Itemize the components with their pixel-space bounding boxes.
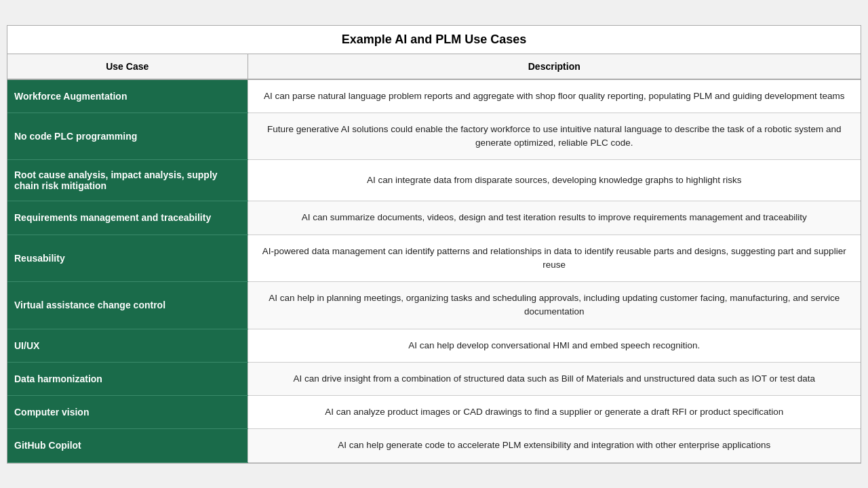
table-row: Data harmonizationAI can drive insight f… — [7, 362, 861, 395]
main-table-wrapper: Example AI and PLM Use Cases Use Case De… — [7, 25, 861, 464]
table-row: No code PLC programmingFuture generative… — [7, 113, 861, 160]
description-cell: AI can drive insight from a combination … — [248, 362, 861, 395]
use-case-cell: Data harmonization — [7, 362, 248, 395]
use-case-cell: Workforce Augmentation — [7, 79, 248, 113]
description-cell: AI can summarize documents, videos, desi… — [248, 201, 861, 235]
table-row: Virtual assistance change controlAI can … — [7, 282, 861, 329]
table-row: Root cause analysis, impact analysis, su… — [7, 160, 861, 201]
table-row: GitHub CopilotAI can help generate code … — [7, 429, 861, 462]
table-title: Example AI and PLM Use Cases — [7, 26, 861, 54]
use-case-cell: Computer vision — [7, 396, 248, 429]
description-cell: AI can parse natural language problem re… — [248, 79, 861, 113]
col-header-description: Description — [248, 54, 861, 79]
description-cell: AI can help in planning meetings, organi… — [248, 282, 861, 329]
use-case-cell: Reusability — [7, 235, 248, 282]
description-cell: AI can help develop conversational HMI a… — [248, 329, 861, 362]
use-case-cell: Root cause analysis, impact analysis, su… — [7, 160, 248, 201]
description-cell: AI can integrate data from disparate sou… — [248, 160, 861, 201]
use-case-cell: GitHub Copilot — [7, 429, 248, 462]
table-row: ReusabilityAI-powered data management ca… — [7, 235, 861, 282]
col-header-use-case: Use Case — [7, 54, 248, 79]
description-cell: AI-powered data management can identify … — [248, 235, 861, 282]
table-row: Requirements management and traceability… — [7, 201, 861, 235]
use-case-cell: UI/UX — [7, 329, 248, 362]
table-row: Computer visionAI can analyze product im… — [7, 396, 861, 429]
table-row: UI/UXAI can help develop conversational … — [7, 329, 861, 362]
table-header-row: Use Case Description — [7, 54, 861, 79]
table-row: Workforce AugmentationAI can parse natur… — [7, 79, 861, 113]
use-cases-table: Use Case Description Workforce Augmentat… — [7, 54, 861, 463]
description-cell: AI can help generate code to accelerate … — [248, 429, 861, 462]
use-case-cell: Requirements management and traceability — [7, 201, 248, 235]
use-case-cell: Virtual assistance change control — [7, 282, 248, 329]
description-cell: AI can analyze product images or CAD dra… — [248, 396, 861, 429]
description-cell: Future generative AI solutions could ena… — [248, 113, 861, 160]
table-body: Workforce AugmentationAI can parse natur… — [7, 79, 861, 463]
use-case-cell: No code PLC programming — [7, 113, 248, 160]
